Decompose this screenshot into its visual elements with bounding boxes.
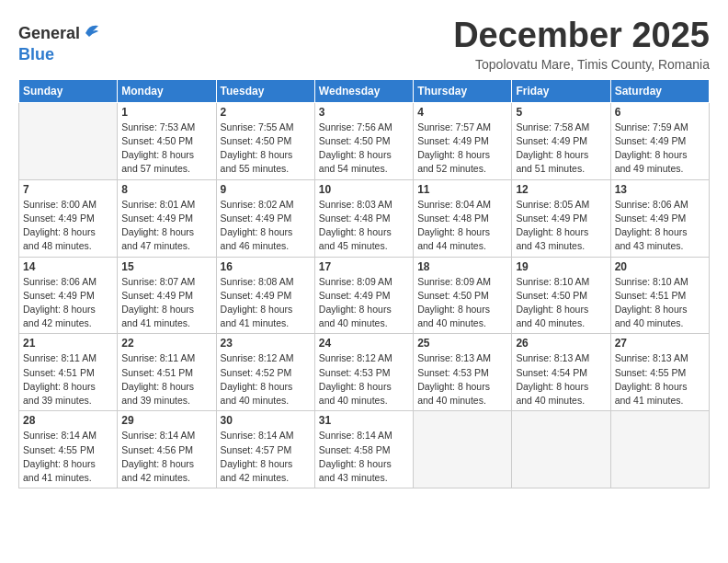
day-info: Sunrise: 8:02 AMSunset: 4:49 PMDaylight:… (221, 198, 311, 254)
day-info: Sunrise: 8:09 AMSunset: 4:50 PMDaylight:… (417, 275, 507, 331)
calendar-cell: 25Sunrise: 8:13 AMSunset: 4:53 PMDayligh… (414, 334, 512, 411)
day-number: 29 (121, 414, 211, 427)
calendar-week-5: 28Sunrise: 8:14 AMSunset: 4:55 PMDayligh… (19, 411, 710, 488)
day-info: Sunrise: 7:58 AMSunset: 4:49 PMDaylight:… (516, 121, 606, 177)
calendar-cell: 27Sunrise: 8:13 AMSunset: 4:55 PMDayligh… (610, 334, 709, 411)
calendar-header-sunday: Sunday (19, 79, 118, 102)
day-info: Sunrise: 8:13 AMSunset: 4:53 PMDaylight:… (417, 351, 507, 408)
day-info: Sunrise: 8:14 AMSunset: 4:55 PMDaylight:… (23, 429, 113, 485)
calendar-cell: 1Sunrise: 7:53 AMSunset: 4:50 PMDaylight… (118, 102, 216, 179)
calendar-week-2: 7Sunrise: 8:00 AMSunset: 4:49 PMDaylight… (19, 179, 710, 257)
day-number: 15 (121, 260, 211, 273)
calendar-cell: 12Sunrise: 8:05 AMSunset: 4:49 PMDayligh… (512, 179, 610, 257)
day-info: Sunrise: 8:11 AMSunset: 4:51 PMDaylight:… (121, 351, 211, 408)
calendar-cell: 29Sunrise: 8:14 AMSunset: 4:56 PMDayligh… (118, 411, 216, 488)
calendar-cell: 4Sunrise: 7:57 AMSunset: 4:49 PMDaylight… (414, 102, 512, 179)
day-info: Sunrise: 8:10 AMSunset: 4:51 PMDaylight:… (615, 275, 705, 331)
calendar-cell: 19Sunrise: 8:10 AMSunset: 4:50 PMDayligh… (512, 257, 610, 334)
day-number: 9 (221, 183, 311, 196)
day-number: 1 (121, 106, 211, 119)
day-info: Sunrise: 8:12 AMSunset: 4:53 PMDaylight:… (319, 351, 409, 408)
day-number: 21 (23, 337, 113, 350)
logo-bird-icon (82, 20, 102, 46)
calendar-cell: 11Sunrise: 8:04 AMSunset: 4:48 PMDayligh… (414, 179, 512, 257)
calendar-header-row: SundayMondayTuesdayWednesdayThursdayFrid… (19, 79, 710, 102)
calendar-cell: 14Sunrise: 8:06 AMSunset: 4:49 PMDayligh… (19, 257, 118, 334)
day-number: 2 (221, 106, 311, 119)
day-info: Sunrise: 8:12 AMSunset: 4:52 PMDaylight:… (221, 351, 311, 408)
calendar-header-saturday: Saturday (610, 79, 709, 102)
page-container: General Blue December 2025 Topolovatu Ma… (0, 0, 728, 498)
day-number: 20 (615, 260, 705, 273)
day-info: Sunrise: 7:56 AMSunset: 4:50 PMDaylight:… (319, 121, 409, 177)
calendar-cell: 30Sunrise: 8:14 AMSunset: 4:57 PMDayligh… (216, 411, 314, 488)
day-info: Sunrise: 7:55 AMSunset: 4:50 PMDaylight:… (221, 121, 311, 177)
day-number: 17 (319, 260, 409, 273)
calendar-cell: 26Sunrise: 8:13 AMSunset: 4:54 PMDayligh… (512, 334, 610, 411)
day-number: 10 (319, 183, 409, 196)
location-subtitle: Topolovatu Mare, Timis County, Romania (453, 57, 710, 72)
day-info: Sunrise: 8:08 AMSunset: 4:49 PMDaylight:… (221, 275, 311, 331)
day-number: 4 (417, 106, 507, 119)
calendar-week-1: 1Sunrise: 7:53 AMSunset: 4:50 PMDaylight… (19, 102, 710, 179)
calendar-header-tuesday: Tuesday (216, 79, 314, 102)
day-info: Sunrise: 8:13 AMSunset: 4:54 PMDaylight:… (516, 351, 606, 408)
logo-general-text: General (18, 25, 80, 41)
calendar-header-friday: Friday (512, 79, 610, 102)
day-info: Sunrise: 7:57 AMSunset: 4:49 PMDaylight:… (417, 121, 507, 177)
calendar-cell: 7Sunrise: 8:00 AMSunset: 4:49 PMDaylight… (19, 179, 118, 257)
calendar-cell: 3Sunrise: 7:56 AMSunset: 4:50 PMDaylight… (314, 102, 413, 179)
calendar-cell: 8Sunrise: 8:01 AMSunset: 4:49 PMDaylight… (118, 179, 216, 257)
calendar-week-3: 14Sunrise: 8:06 AMSunset: 4:49 PMDayligh… (19, 257, 710, 334)
day-number: 13 (615, 183, 705, 196)
calendar-cell (610, 411, 709, 488)
calendar-cell: 20Sunrise: 8:10 AMSunset: 4:51 PMDayligh… (610, 257, 709, 334)
day-number: 18 (417, 260, 507, 273)
calendar-cell: 18Sunrise: 8:09 AMSunset: 4:50 PMDayligh… (414, 257, 512, 334)
day-number: 16 (221, 260, 311, 273)
day-info: Sunrise: 8:06 AMSunset: 4:49 PMDaylight:… (23, 275, 113, 331)
day-number: 26 (516, 337, 606, 350)
calendar-header-thursday: Thursday (414, 79, 512, 102)
calendar-header-monday: Monday (118, 79, 216, 102)
day-number: 3 (319, 106, 409, 119)
day-info: Sunrise: 8:09 AMSunset: 4:49 PMDaylight:… (319, 275, 409, 331)
calendar-cell: 23Sunrise: 8:12 AMSunset: 4:52 PMDayligh… (216, 334, 314, 411)
day-number: 11 (417, 183, 507, 196)
logo: General Blue (18, 20, 102, 63)
day-info: Sunrise: 8:14 AMSunset: 4:57 PMDaylight:… (221, 429, 311, 485)
calendar-cell (414, 411, 512, 488)
calendar-cell (19, 102, 118, 179)
title-section: December 2025 Topolovatu Mare, Timis Cou… (453, 17, 710, 72)
day-number: 31 (319, 414, 409, 427)
day-number: 6 (615, 106, 705, 119)
calendar-cell: 21Sunrise: 8:11 AMSunset: 4:51 PMDayligh… (19, 334, 118, 411)
logo-blue-text: Blue (18, 46, 54, 63)
calendar-cell: 28Sunrise: 8:14 AMSunset: 4:55 PMDayligh… (19, 411, 118, 488)
calendar-cell: 6Sunrise: 7:59 AMSunset: 4:49 PMDaylight… (610, 102, 709, 179)
calendar-cell: 9Sunrise: 8:02 AMSunset: 4:49 PMDaylight… (216, 179, 314, 257)
calendar-cell: 31Sunrise: 8:14 AMSunset: 4:58 PMDayligh… (314, 411, 413, 488)
calendar-cell: 2Sunrise: 7:55 AMSunset: 4:50 PMDaylight… (216, 102, 314, 179)
day-info: Sunrise: 8:14 AMSunset: 4:58 PMDaylight:… (319, 429, 409, 485)
day-number: 12 (516, 183, 606, 196)
calendar-cell: 15Sunrise: 8:07 AMSunset: 4:49 PMDayligh… (118, 257, 216, 334)
day-info: Sunrise: 8:10 AMSunset: 4:50 PMDaylight:… (516, 275, 606, 331)
calendar-cell: 5Sunrise: 7:58 AMSunset: 4:49 PMDaylight… (512, 102, 610, 179)
month-title: December 2025 (453, 17, 710, 55)
calendar-cell: 22Sunrise: 8:11 AMSunset: 4:51 PMDayligh… (118, 334, 216, 411)
header-row: General Blue December 2025 Topolovatu Ma… (18, 17, 710, 72)
calendar-cell: 17Sunrise: 8:09 AMSunset: 4:49 PMDayligh… (314, 257, 413, 334)
day-info: Sunrise: 8:06 AMSunset: 4:49 PMDaylight:… (615, 198, 705, 254)
calendar-header-wednesday: Wednesday (314, 79, 413, 102)
day-info: Sunrise: 8:13 AMSunset: 4:55 PMDaylight:… (615, 351, 705, 408)
day-number: 28 (23, 414, 113, 427)
day-info: Sunrise: 7:59 AMSunset: 4:49 PMDaylight:… (615, 121, 705, 177)
day-info: Sunrise: 8:01 AMSunset: 4:49 PMDaylight:… (121, 198, 211, 254)
day-number: 30 (221, 414, 311, 427)
day-info: Sunrise: 8:00 AMSunset: 4:49 PMDaylight:… (23, 198, 113, 254)
day-number: 22 (121, 337, 211, 350)
day-number: 7 (23, 183, 113, 196)
day-number: 25 (417, 337, 507, 350)
day-number: 14 (23, 260, 113, 273)
